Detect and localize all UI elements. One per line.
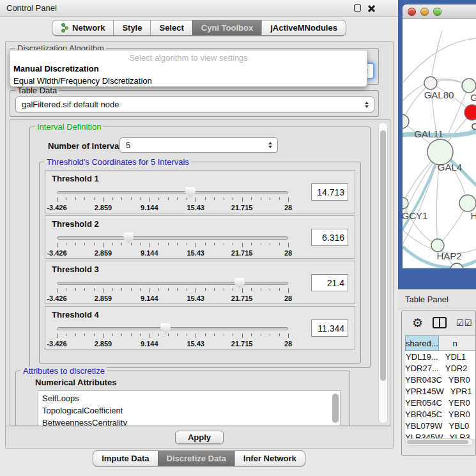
slider-ticks	[57, 334, 288, 339]
spinner-icon	[365, 102, 369, 108]
table-rows: YDL19...YDL1YDR27...YDR2YBR043CYBR0YPR14…	[405, 351, 476, 439]
top-tab-bar: Network Style Select Cyni Toolbox jActiv…	[0, 20, 398, 36]
tab-cyni-toolbox[interactable]: Cyni Toolbox	[192, 20, 261, 35]
network-window-titlebar[interactable]	[403, 4, 476, 19]
threshold-panel: Threshold 3 -3.4262.8599.14415.4321.7152…	[45, 261, 355, 304]
dropdown-option-equal-width-frequency[interactable]: Equal Width/Frequency Discretization	[10, 75, 367, 87]
slider-tick-labels: -3.4262.8599.14415.4321.71528	[57, 340, 288, 348]
scrollbar-thumb[interactable]	[380, 130, 386, 381]
slider-thumb[interactable]	[160, 323, 171, 334]
table-data-combobox[interactable]: galFiltered.sif default node	[15, 96, 374, 112]
numerical-attributes-list[interactable]: SelfLoopsTopologicalCoefficientBetweenne…	[38, 390, 341, 426]
threshold-coordinates-title: Threshold's Coordinates for 5 Intervals	[45, 157, 191, 167]
slider-track[interactable]	[57, 282, 288, 285]
network-node[interactable]	[424, 77, 437, 89]
tab-select[interactable]: Select	[150, 20, 192, 35]
threshold-slider[interactable]: -3.4262.8599.14415.4321.71528	[57, 322, 288, 349]
table-cell: YER0	[442, 398, 476, 408]
interval-definition-group: Interval Definition Number of Intervals …	[29, 127, 371, 368]
table-cell: YDR2	[439, 364, 476, 373]
table-header: shared... n	[405, 335, 476, 351]
slider-ticks	[57, 197, 288, 203]
control-panel: Control Panel Network Style Se	[0, 0, 398, 476]
table-cell: YBL079W	[405, 421, 443, 431]
tab-network[interactable]: Network	[52, 20, 113, 35]
threshold-slider[interactable]: -3.4262.8599.14415.4321.71528	[57, 186, 288, 213]
threshold-value-field[interactable]	[311, 274, 348, 291]
tab-infer-network[interactable]: Infer Network	[234, 451, 305, 466]
spinner-icon	[268, 142, 272, 148]
table-horizontal-scrollbar[interactable]	[405, 438, 473, 446]
control-panel-titlebar: Control Panel	[0, 0, 398, 17]
float-window-icon[interactable]	[354, 4, 361, 12]
settings-scrollbar[interactable]	[378, 122, 388, 424]
numerical-attributes-label: Numerical Attributes	[35, 378, 116, 387]
threshold-slider[interactable]: -3.4262.8599.14415.4321.71528	[57, 277, 288, 303]
threshold-panel: Threshold 2 -3.4262.8599.14415.4321.7152…	[45, 215, 355, 259]
threshold-label: Threshold 1	[52, 174, 99, 183]
slider-thumb[interactable]	[234, 278, 245, 289]
network-node[interactable]	[431, 239, 444, 252]
attribute-item[interactable]: TopologicalCoefficient	[38, 404, 340, 417]
network-node[interactable]	[462, 79, 476, 93]
tab-discretize-data[interactable]: Discretize Data	[158, 451, 234, 466]
node-table[interactable]: shared... n YDL19...YDL1YDR27...YDR2YBR0…	[405, 335, 476, 439]
minimize-traffic-light-button[interactable]	[420, 8, 429, 16]
table-cell: YER054C	[405, 398, 442, 408]
gear-icon[interactable]: ⚙	[412, 317, 423, 329]
node-label: GA	[470, 92, 476, 103]
control-panel-title: Control Panel	[6, 3, 57, 13]
node-label: GAL4	[438, 162, 462, 173]
threshold-value-field[interactable]	[311, 183, 348, 201]
zoom-traffic-light-button[interactable]	[433, 8, 441, 16]
attribute-item[interactable]: BetweennessCentrality	[38, 417, 340, 426]
select-columns-icon[interactable]: ☑☑	[456, 318, 472, 328]
attribute-item[interactable]: SelfLoops	[38, 392, 340, 404]
close-icon[interactable]	[367, 4, 375, 12]
threshold-panels: Threshold 1 -3.4262.8599.14415.4321.7152…	[40, 170, 360, 351]
number-of-intervals-combobox[interactable]: 5	[119, 137, 278, 153]
network-node[interactable]	[464, 105, 476, 120]
table-row[interactable]: YDL19...YDL1	[405, 351, 476, 362]
close-traffic-light-button[interactable]	[408, 8, 416, 16]
table-row[interactable]: YER054CYER0	[405, 397, 476, 408]
column-header-name[interactable]: n	[439, 335, 476, 351]
tab-style[interactable]: Style	[113, 20, 150, 35]
node-label: H	[471, 210, 476, 221]
table-row[interactable]: YPR145WYPR1	[405, 385, 476, 397]
network-view[interactable]: GAL80GACGAL11GAL4GCY1HHAP2	[403, 19, 476, 268]
dropdown-option-manual-discretization[interactable]: Manual Discretization	[10, 63, 367, 75]
threshold-panel: Threshold 4 -3.4262.8599.14415.4321.7152…	[45, 306, 355, 349]
attributes-group: Attributes to discretize Numerical Attri…	[15, 371, 350, 426]
threshold-value-field[interactable]	[311, 229, 348, 246]
threshold-slider[interactable]: -3.4262.8599.14415.4321.71528	[57, 231, 288, 258]
slider-track[interactable]	[57, 327, 288, 330]
slider-thumb[interactable]	[185, 187, 196, 198]
slider-tick-labels: -3.4262.8599.14415.4321.71528	[57, 295, 288, 302]
slider-thumb[interactable]	[123, 233, 134, 243]
slider-tick-labels: -3.4262.8599.14415.4321.71528	[57, 249, 288, 257]
node-label: C	[472, 121, 476, 132]
attributes-scrollbar[interactable]	[332, 394, 339, 423]
table-row[interactable]: YBR043CYBR0	[405, 374, 476, 385]
table-row[interactable]: YBR045CYBR0	[405, 408, 476, 420]
network-node[interactable]	[459, 195, 476, 211]
network-node[interactable]	[427, 139, 453, 165]
scrollbar-thumb[interactable]	[407, 440, 468, 444]
column-header-shared-name[interactable]: shared...	[405, 335, 439, 351]
algorithm-dropdown-popup: Select algorithm to view settings Manual…	[10, 50, 367, 87]
apply-button[interactable]: Apply	[175, 431, 224, 444]
table-cell: YPR145W	[405, 387, 444, 396]
slider-track[interactable]	[57, 191, 288, 194]
settings-scroll-area: Interval Definition Number of Intervals …	[10, 119, 390, 426]
tab-impute-data[interactable]: Impute Data	[93, 451, 157, 466]
slider-ticks	[57, 288, 288, 293]
split-columns-icon[interactable]	[433, 317, 447, 328]
table-row[interactable]: YBL079WYBL0	[405, 420, 476, 431]
tab-jactivemnodules[interactable]: jActiveMNodules	[261, 20, 346, 35]
threshold-value-field[interactable]	[311, 319, 348, 337]
slider-track[interactable]	[57, 236, 288, 240]
table-row[interactable]: YDR27...YDR2	[405, 362, 476, 374]
table-panel: ⚙ ☑☑ shared... n YDL19...YDL1YDR27...YDR…	[401, 311, 476, 456]
interval-definition-title: Interval Definition	[35, 122, 103, 132]
